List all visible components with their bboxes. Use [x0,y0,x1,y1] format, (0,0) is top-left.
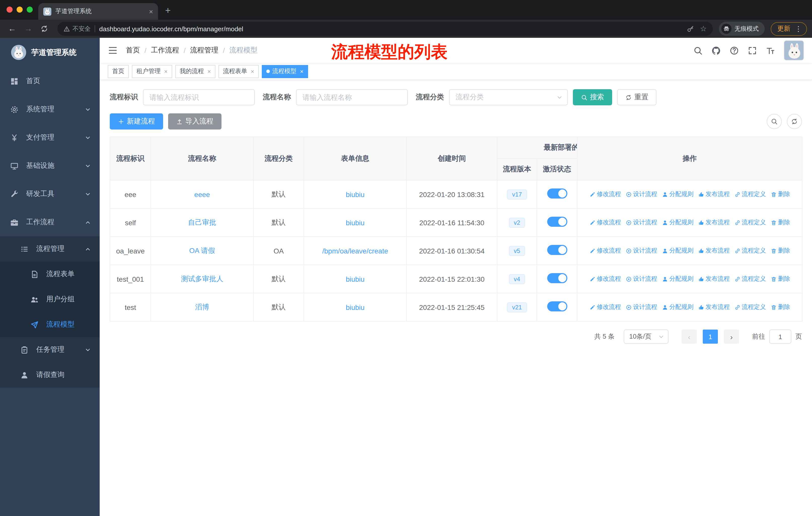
design-process-link[interactable]: 设计流程 [626,246,657,255]
close-icon[interactable]: × [207,68,211,75]
assign-rule-link[interactable]: 分配规则 [662,275,693,283]
edit-process-link[interactable]: 修改流程 [589,190,621,198]
toggle-search-button[interactable] [767,114,782,129]
delete-link[interactable]: 删除 [771,246,790,255]
breadcrumb-home[interactable]: 首页 [126,46,140,55]
browser-menu-icon[interactable]: ⋮ [795,25,802,33]
create-process-button[interactable]: 新建流程 [110,113,163,130]
form-info-link[interactable]: biubiu [346,218,365,226]
browser-tab[interactable]: 芋道管理系统 × [38,3,158,20]
tag-process-model[interactable]: 流程模型 × [262,65,308,78]
tag-my-process[interactable]: 我的流程 × [175,65,215,78]
page-size-select[interactable]: 10条/页 [624,330,669,344]
reset-button[interactable]: 重置 [617,89,657,105]
process-name-link[interactable]: 自己审批 [188,218,216,226]
security-indicator[interactable]: 不安全 [63,24,91,33]
search-button[interactable]: 搜索 [573,89,612,105]
search-icon[interactable] [693,46,703,55]
edit-process-link[interactable]: 修改流程 [589,303,621,311]
design-process-link[interactable]: 设计流程 [626,303,657,311]
sidebar-item-process-management[interactable]: 流程管理 [0,236,100,262]
chrome-update-button[interactable]: 更新 ⋮ [771,22,807,35]
form-info-link[interactable]: biubiu [346,275,365,283]
sidebar-item-devtools[interactable]: 研发工具 [0,180,100,208]
address-bar[interactable]: 不安全 dashboard.yudao.iocoder.cn/bpm/manag… [57,22,713,36]
form-info-link[interactable]: biubiu [346,190,365,198]
assign-rule-link[interactable]: 分配规则 [662,190,693,198]
sidebar-item-process-form[interactable]: 流程表单 [0,262,100,287]
sidebar-item-process-model[interactable]: 流程模型 [0,312,100,337]
delete-link[interactable]: 删除 [771,190,790,198]
sidebar-item-leave-query[interactable]: 请假查询 [0,362,100,387]
form-info-link[interactable]: /bpm/oa/leave/create [322,247,388,255]
minimize-window-button[interactable] [17,6,23,12]
close-icon[interactable]: × [300,68,303,75]
reload-button[interactable] [37,25,51,33]
process-definition-link[interactable]: 流程定义 [734,303,766,311]
goto-page-input[interactable] [769,330,791,344]
sidebar-item-system[interactable]: 系统管理 [0,95,100,124]
process-definition-link[interactable]: 流程定义 [734,246,766,255]
process-definition-link[interactable]: 流程定义 [734,190,766,198]
breadcrumb-workflow[interactable]: 工作流程 [151,46,179,55]
edit-process-link[interactable]: 修改流程 [589,275,621,283]
version-badge[interactable]: v21 [507,302,527,312]
zoom-window-button[interactable] [27,6,33,12]
publish-process-link[interactable]: 发布流程 [698,303,730,311]
url-text[interactable]: dashboard.yudao.iocoder.cn/bpm/manager/m… [99,25,683,32]
current-page-button[interactable]: 1 [703,330,718,344]
status-toggle[interactable] [547,217,567,227]
app-logo[interactable]: 芋道管理系统 [0,38,100,67]
status-toggle[interactable] [547,273,567,283]
delete-link[interactable]: 删除 [771,303,790,311]
delete-link[interactable]: 删除 [771,218,790,227]
close-window-button[interactable] [6,6,12,12]
process-name-input[interactable] [296,89,408,105]
design-process-link[interactable]: 设计流程 [626,190,657,198]
refresh-table-button[interactable] [787,114,802,129]
version-badge[interactable]: v17 [507,189,527,199]
design-process-link[interactable]: 设计流程 [626,275,657,283]
assign-rule-link[interactable]: 分配规则 [662,246,693,255]
publish-process-link[interactable]: 发布流程 [698,190,730,198]
publish-process-link[interactable]: 发布流程 [698,246,730,255]
edit-process-link[interactable]: 修改流程 [589,246,621,255]
delete-link[interactable]: 删除 [771,275,790,283]
design-process-link[interactable]: 设计流程 [626,218,657,227]
sidebar-item-user-group[interactable]: 用户分组 [0,287,100,312]
prev-page-button[interactable]: ‹ [682,330,697,344]
sidebar-item-task-management[interactable]: 任务管理 [0,337,100,362]
form-info-link[interactable]: biubiu [346,303,365,311]
process-definition-link[interactable]: 流程定义 [734,218,766,227]
forward-button[interactable]: → [21,24,35,33]
hamburger-icon[interactable] [108,45,118,55]
version-badge[interactable]: v4 [509,274,525,284]
process-category-select[interactable]: 流程分类 [449,89,568,105]
process-name-link[interactable]: 滔博 [195,303,209,311]
status-toggle[interactable] [547,188,567,198]
github-icon[interactable] [711,46,721,55]
assign-rule-link[interactable]: 分配规则 [662,303,693,311]
import-process-button[interactable]: 导入流程 [168,113,222,130]
sidebar-item-home[interactable]: 首页 [0,67,100,95]
process-key-input[interactable] [143,89,255,105]
publish-process-link[interactable]: 发布流程 [698,275,730,283]
sidebar-item-payment[interactable]: 支付管理 [0,124,100,152]
process-definition-link[interactable]: 流程定义 [734,275,766,283]
next-page-button[interactable]: › [724,330,739,344]
publish-process-link[interactable]: 发布流程 [698,218,730,227]
new-tab-button[interactable]: + [165,5,171,16]
tag-tenant-management[interactable]: 租户管理 × [132,65,172,78]
status-toggle[interactable] [547,301,567,311]
back-button[interactable]: ← [5,24,19,33]
version-badge[interactable]: v5 [509,246,525,256]
assign-rule-link[interactable]: 分配规则 [662,218,693,227]
edit-process-link[interactable]: 修改流程 [589,218,621,227]
version-badge[interactable]: v2 [509,217,525,227]
font-size-icon[interactable] [766,46,775,55]
process-name-link[interactable]: OA 请假 [189,246,215,254]
tag-home[interactable]: 首页 [108,65,129,78]
bookmark-star-icon[interactable]: ☆ [700,24,707,33]
sidebar-item-workflow[interactable]: 工作流程 [0,208,100,236]
tab-close-icon[interactable]: × [149,8,153,15]
